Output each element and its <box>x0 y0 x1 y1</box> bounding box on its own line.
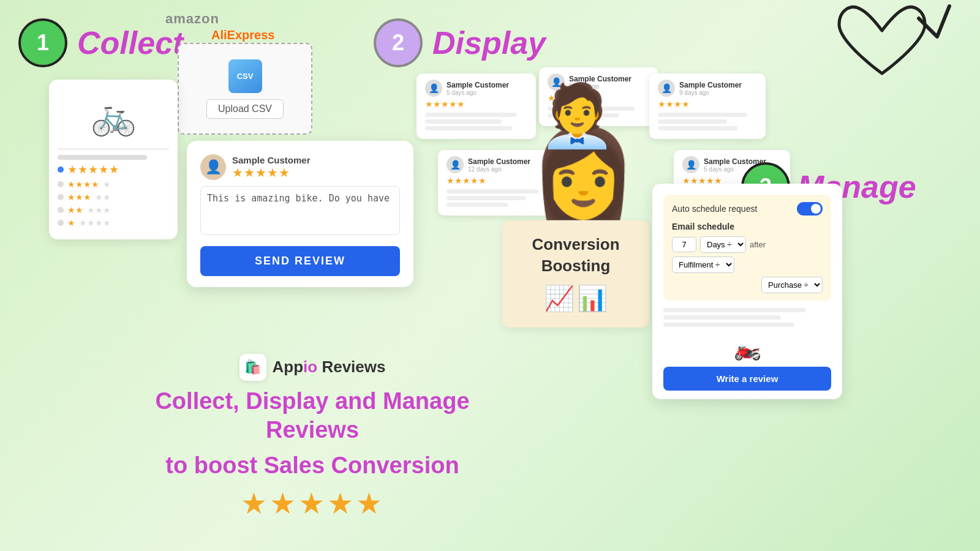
reviewer-row: 👤 Sample Customer ★★★★★ <box>200 154 400 180</box>
conversion-title: Conversion <box>514 235 637 254</box>
manage-panel: Auto schedule request Email schedule Day… <box>652 184 842 399</box>
step2-label: Display <box>432 24 546 61</box>
rating-dot-3 <box>58 194 64 200</box>
applio-logo: 🛍️ Appio Reviews <box>123 354 502 381</box>
rc-name-1: Sample Customer <box>447 81 509 89</box>
bottom-section: 🛍️ Appio Reviews Collect, Display and Ma… <box>123 354 502 521</box>
days-input[interactable] <box>672 237 696 252</box>
after-text: after <box>750 240 766 249</box>
schedule-row: Days ÷ after Fulfilment ÷ <box>672 236 823 273</box>
product-card: 🚲 ★★★★★ ★★★★★ ★★★★★ ★★★★★ ★★★★★ <box>49 80 178 239</box>
panel-content-lines <box>663 308 831 327</box>
rating-row-3: ★★★★★ <box>58 192 169 202</box>
person-figure: 🧑‍💼 <box>539 80 616 152</box>
email-schedule-section: Email schedule Days ÷ after Fulfilment ÷… <box>672 222 823 293</box>
rc-avatar-1: 👤 <box>425 80 442 97</box>
tagline-highlight: Sales Conversion <box>264 452 459 478</box>
upload-csv-button[interactable]: Upload CSV <box>206 99 284 119</box>
rating-row-4: ★★★★★ <box>58 205 169 215</box>
panel-product-image: 🏍️ <box>726 334 769 362</box>
send-review-button[interactable]: SEND REVIEW <box>200 246 400 276</box>
rating-row-2: ★★★★★ <box>58 179 169 189</box>
reviewer-name: Sample Customer <box>232 155 311 165</box>
auto-schedule-label: Auto schedule request <box>672 204 757 214</box>
tagline-sub: to boost Sales Conversion <box>123 451 502 481</box>
purchase-select[interactable]: Purchase ÷ <box>761 277 823 293</box>
aliexpress-label: AliExpress <box>211 28 274 42</box>
rating-dot-5 <box>58 220 64 226</box>
decorative-icons <box>760 0 956 100</box>
rating-dot-2 <box>58 181 64 187</box>
conversion-card: Conversion Boosting 📈 📊 <box>502 220 649 328</box>
review-form: 👤 Sample Customer ★★★★★ This is amazing … <box>187 141 413 287</box>
rating-dot-1 <box>58 167 64 173</box>
product-image: 🚲 <box>58 88 169 143</box>
amazon-label: amazon <box>165 11 219 27</box>
review-textarea[interactable]: This is amazing bike. Do you have <box>200 186 400 235</box>
review-card-4: 👤 Sample Customer 9 days ago ★★★★ <box>649 73 766 139</box>
reviewer-stars: ★★★★★ <box>232 166 290 179</box>
write-review-button[interactable]: Write a review <box>663 367 831 391</box>
step1-label: Collect <box>77 24 183 61</box>
csv-icon: CSV <box>228 59 262 93</box>
rating-row-5: ★★★★★ <box>58 218 169 228</box>
fulfilment-select[interactable]: Fulfilment ÷ <box>672 257 734 273</box>
step2-circle: 2 <box>374 18 423 67</box>
step1-circle: 1 <box>18 18 67 67</box>
conversion-subtitle: Boosting <box>514 257 637 276</box>
auto-schedule-toggle[interactable] <box>797 202 823 216</box>
email-schedule-label: Email schedule <box>672 222 823 231</box>
chart-graphic: 📈 📊 <box>514 284 637 313</box>
bottom-stars: ★★★★★ <box>123 486 502 520</box>
applio-logo-text: Appio Reviews <box>273 358 386 377</box>
product-title-line <box>58 155 147 160</box>
review-card-1: 👤 Sample Customer 5 days ago ★★★★★ <box>417 73 536 139</box>
step1-header: 1 Collect <box>18 18 183 67</box>
tagline-main: Collect, Display and Manage Reviews <box>123 387 502 445</box>
manage-settings-section: Auto schedule request Email schedule Day… <box>663 195 831 301</box>
rating-dot-4 <box>58 207 64 213</box>
rc-date-1: 5 days ago <box>447 89 509 96</box>
applio-logo-icon: 🛍️ <box>239 354 266 381</box>
product-divider <box>58 148 169 150</box>
reviewer-avatar: 👤 <box>200 154 226 180</box>
step2-header: 2 Display <box>374 18 546 67</box>
auto-schedule-row: Auto schedule request <box>672 202 823 216</box>
rc-stars-1: ★★★★★ <box>425 99 527 109</box>
csv-upload-box[interactable]: CSV Upload CSV <box>178 43 312 135</box>
days-unit-select[interactable]: Days ÷ <box>700 236 746 253</box>
rating-row-1: ★★★★★ <box>58 163 169 176</box>
